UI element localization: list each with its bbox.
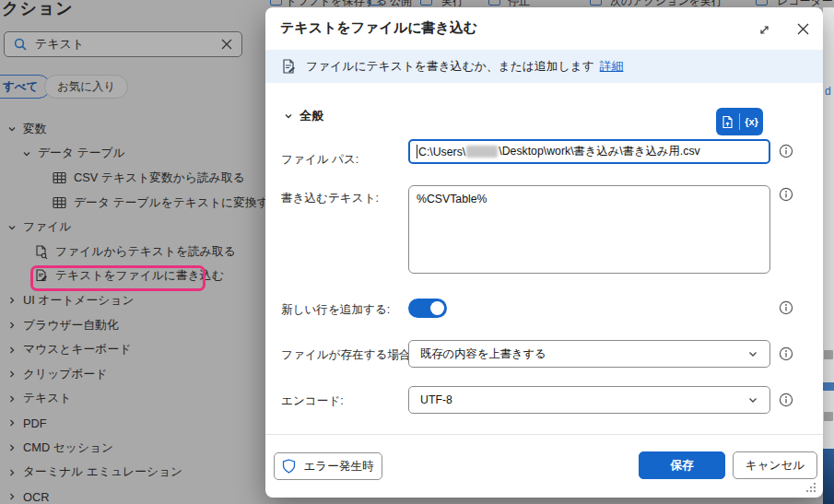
text-to-write-input[interactable]: %CSVTable% xyxy=(408,185,770,274)
tree-item[interactable]: クリップボード xyxy=(0,362,251,387)
tree-item[interactable]: ターミナル エミュレーション xyxy=(0,460,251,485)
action-description: ファイルにテキストを書き込むか、または追加します xyxy=(306,59,594,75)
chevron-right-icon[interactable] xyxy=(7,394,17,404)
section-general[interactable]: 全般 xyxy=(284,108,323,124)
tree-item[interactable]: UI オートメーション xyxy=(0,288,251,313)
actions-pane-title: クション xyxy=(2,0,74,19)
variable-picker-icon: {x} xyxy=(745,116,758,127)
tree-item[interactable]: データ テーブルをテキストに変換する xyxy=(0,191,251,216)
search-value: テキスト xyxy=(35,36,221,53)
chevron-down-icon[interactable] xyxy=(22,149,31,158)
toolbar-fragment: 実行 xyxy=(441,0,464,7)
tree-item-label: マウスとキーボード xyxy=(23,342,131,357)
select-variable-button[interactable]: {x} xyxy=(740,108,763,135)
toolbar-icon xyxy=(756,0,768,6)
tree-item-label: ターミナル エミュレーション xyxy=(23,464,182,480)
tree-item-label: ブラウザー自動化 xyxy=(23,318,119,334)
toolbar-icon xyxy=(488,0,500,6)
tree-item[interactable]: PDF xyxy=(0,411,251,436)
if-file-exists-label: ファイルが存在する場合: xyxy=(281,347,414,363)
toolbar-fragment: 次のアクションを実行 xyxy=(610,0,722,7)
chevron-right-icon[interactable] xyxy=(7,443,17,452)
tree-item[interactable]: データ テーブル xyxy=(0,142,251,167)
chevron-down-icon[interactable] xyxy=(7,223,17,232)
info-icon[interactable] xyxy=(779,300,793,315)
file-path-label: ファイル パス: xyxy=(281,152,358,168)
file-path-input[interactable]: C:\Users\\Desktop\work\書き込み\書き込み用.csv xyxy=(408,139,770,164)
tree-item[interactable]: テキストをファイルに書き込む xyxy=(0,264,251,289)
chevron-down-icon xyxy=(747,394,758,405)
shield-icon xyxy=(282,459,296,474)
close-icon[interactable] xyxy=(796,22,810,36)
write-file-icon xyxy=(280,58,297,75)
chevron-down-icon xyxy=(747,348,758,359)
chevron-right-icon[interactable] xyxy=(7,418,17,428)
chevron-down-icon[interactable] xyxy=(7,124,17,134)
append-newline-toggle[interactable] xyxy=(408,299,447,318)
action-description-bar: ファイルにテキストを書き込むか、または追加します 詳細 xyxy=(265,50,823,83)
chevron-right-icon[interactable] xyxy=(7,321,17,330)
details-link[interactable]: 詳細 xyxy=(600,59,624,75)
tree-item-label: テキスト xyxy=(23,391,71,406)
append-newline-label: 新しい行を追加する: xyxy=(281,302,390,318)
redacted-username xyxy=(466,146,498,158)
chevron-right-icon[interactable] xyxy=(7,369,17,379)
chevron-right-icon[interactable] xyxy=(7,492,17,501)
doc-write-icon xyxy=(34,269,48,283)
chevron-down-icon xyxy=(284,111,293,121)
tree-item-label: CMD セッション xyxy=(23,440,113,456)
tree-item-label: テキストをファイルに書き込む xyxy=(55,268,224,284)
info-icon[interactable] xyxy=(779,144,793,158)
table-icon xyxy=(53,196,66,209)
toolbar-icon xyxy=(590,0,602,6)
action-tree: 変数データ テーブルCSV テキスト変数から読み取るデータ テーブルをテキストに… xyxy=(0,117,251,504)
background-edge: d xyxy=(823,7,834,504)
save-button[interactable]: 保存 xyxy=(639,451,725,479)
chevron-right-icon[interactable] xyxy=(7,346,17,355)
tree-item[interactable]: ファイル xyxy=(0,215,251,240)
clear-search-icon[interactable] xyxy=(221,39,232,50)
on-error-button[interactable]: エラー発生時 xyxy=(274,452,382,480)
tree-item[interactable]: ブラウザー自動化 xyxy=(0,313,251,338)
tree-item[interactable]: 変数 xyxy=(0,117,251,142)
tree-item[interactable]: ファイルからテキストを読み取る xyxy=(0,240,251,264)
tree-item[interactable]: CMD セッション xyxy=(0,436,251,461)
text-caret xyxy=(417,145,417,158)
info-icon[interactable] xyxy=(779,346,793,361)
footer-divider xyxy=(265,434,823,435)
action-search-input[interactable]: テキスト xyxy=(4,31,242,57)
toolbar-strip: ドラフトを保存する公開実行停止次のアクションを実行レコーダー xyxy=(261,0,834,7)
toolbar-fragment: 停止 xyxy=(508,0,530,7)
app-window: クション テキスト すべて お気に入り 変数データ テーブルCSV テキスト変数… xyxy=(0,0,834,504)
tree-item-label: CSV テキスト変数から読み取る xyxy=(74,170,245,186)
info-icon[interactable] xyxy=(779,393,793,407)
toolbar-fragment: 公開 xyxy=(390,0,412,7)
write-text-to-file-dialog: テキストをファイルに書き込む ファイルにテキストを書き込むか、または追加します … xyxy=(265,7,823,498)
encoding-select[interactable]: UTF-8 xyxy=(408,386,770,414)
cancel-button[interactable]: キャンセル xyxy=(733,451,817,479)
if-file-exists-select[interactable]: 既存の内容を上書きする xyxy=(408,340,770,368)
toolbar-fragment: レコーダー xyxy=(777,0,833,7)
tab-favorites[interactable]: お気に入り xyxy=(44,75,128,99)
tree-item[interactable]: マウスとキーボード xyxy=(0,337,251,362)
select-file-icon xyxy=(721,115,734,129)
doc-read-icon xyxy=(34,245,48,259)
expand-dialog-icon[interactable] xyxy=(758,23,771,37)
tree-item-label: OCR xyxy=(23,490,49,504)
select-file-button[interactable] xyxy=(716,108,739,135)
chevron-right-icon[interactable] xyxy=(7,468,17,477)
tree-item-label: ファイル xyxy=(23,219,71,235)
chevron-right-icon[interactable] xyxy=(7,296,17,305)
section-general-label: 全般 xyxy=(300,108,323,124)
table-icon xyxy=(53,171,66,184)
toolbar-icon xyxy=(420,0,432,6)
resize-grip[interactable] xyxy=(805,482,816,493)
tree-item-label: データ テーブル xyxy=(38,146,125,161)
dialog-title: テキストをファイルに書き込む xyxy=(280,19,477,37)
search-icon xyxy=(14,38,27,51)
tree-item[interactable]: OCR xyxy=(0,485,251,504)
tree-item-label: PDF xyxy=(23,416,47,430)
tree-item[interactable]: テキスト xyxy=(0,387,251,412)
info-icon[interactable] xyxy=(779,187,793,202)
tree-item[interactable]: CSV テキスト変数から読み取る xyxy=(0,166,251,191)
